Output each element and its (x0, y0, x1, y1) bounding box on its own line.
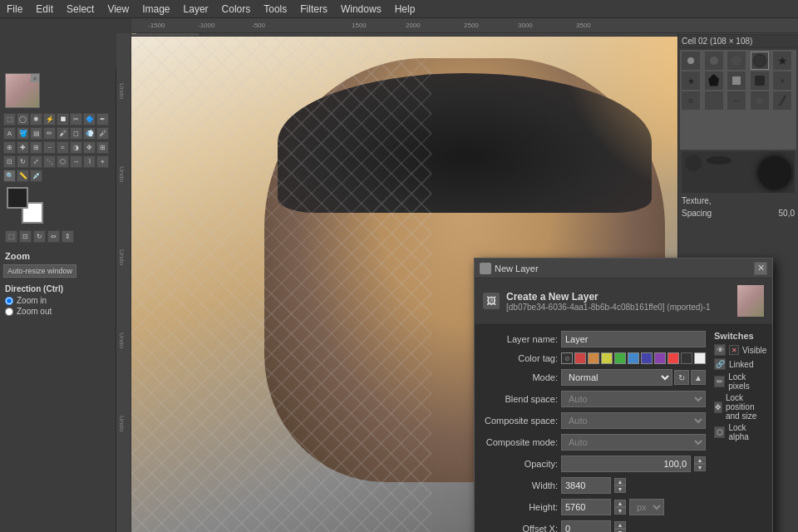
zoom-fit-icon[interactable]: ⊡ (19, 230, 32, 243)
color-tag-purple[interactable] (654, 352, 666, 364)
layer-name-input[interactable] (561, 331, 706, 347)
color-tag-blue[interactable] (641, 352, 653, 364)
offset-x-input[interactable] (561, 520, 611, 532)
fg-color-swatch[interactable] (7, 187, 28, 209)
menu-filters[interactable]: Filters (293, 2, 334, 17)
color-tag-none[interactable]: ⊘ (561, 352, 573, 364)
rotate-icon[interactable]: ↻ (33, 230, 46, 243)
menu-help[interactable]: Help (388, 2, 422, 17)
width-input[interactable] (561, 477, 611, 494)
tool-path[interactable]: ✒ (96, 113, 109, 126)
offset-x-spin-down[interactable]: ▼ (614, 529, 626, 532)
tool-warp-transform[interactable]: ⌇ (83, 155, 96, 168)
tool-rect-select[interactable]: ⬚ (3, 113, 16, 126)
color-tag-green[interactable] (614, 352, 626, 364)
tool-eraser[interactable]: ◻ (70, 127, 82, 140)
menu-tools[interactable]: Tools (257, 2, 293, 17)
menu-image[interactable]: Image (135, 2, 176, 17)
tool-paintbrush[interactable]: 🖌 (57, 127, 69, 140)
menu-edit[interactable]: Edit (29, 2, 60, 17)
composite-mode-select[interactable]: Auto (561, 434, 706, 451)
tool-select-by-color[interactable]: 🔲 (57, 113, 69, 126)
tool-flip[interactable]: ↔ (70, 155, 82, 168)
brush-cell-2[interactable] (705, 52, 723, 70)
tool-measure[interactable]: 📏 (17, 170, 29, 182)
tool-handle-transform[interactable]: ⌖ (96, 155, 109, 168)
tool-shear[interactable]: ⋱ (43, 155, 56, 168)
opacity-spin-up[interactable]: ▲ (694, 456, 706, 464)
tool-airbrush[interactable]: 💨 (83, 127, 96, 140)
tool-blur-sharpen[interactable]: ~ (43, 141, 56, 154)
tool-move[interactable]: ✥ (83, 141, 96, 154)
color-tag-red2[interactable] (667, 352, 679, 364)
mode-info-btn[interactable]: ▲ (691, 370, 706, 385)
tool-ellipse-select[interactable]: ◯ (17, 113, 29, 126)
height-spin-down[interactable]: ▼ (614, 507, 626, 515)
tool-free-select[interactable]: ✱ (30, 113, 42, 126)
tool-heal[interactable]: ✚ (17, 141, 29, 154)
tool-clone[interactable]: ⊕ (3, 141, 16, 154)
brush-cell-1[interactable] (682, 52, 700, 70)
tool-crop[interactable]: ⊡ (3, 155, 16, 168)
expand-icon[interactable]: ⇔ (47, 230, 60, 243)
offset-x-spin-up[interactable]: ▲ (614, 521, 626, 529)
height-unit-select[interactable]: px (629, 499, 664, 515)
brush-cell-10[interactable]: ✦ (773, 71, 791, 90)
color-tag-orange[interactable] (588, 352, 599, 364)
tool-smudge[interactable]: ≈ (57, 141, 69, 154)
brush-cell-13[interactable]: ∾ (727, 91, 746, 110)
tool-scissor-select[interactable]: ✂ (70, 113, 82, 126)
brush-cell-11[interactable]: ⊕ (682, 91, 700, 110)
color-tag-white[interactable] (694, 352, 706, 364)
mode-select[interactable]: Normal (561, 369, 672, 386)
brush-cell-8[interactable] (727, 71, 746, 90)
zoom-out-radio[interactable] (5, 308, 13, 316)
tool-text[interactable]: A (3, 127, 16, 140)
width-spin-down[interactable]: ▼ (614, 485, 626, 493)
color-tag-red[interactable] (574, 352, 586, 364)
width-spin-up[interactable]: ▲ (614, 478, 626, 485)
brush-cell-9[interactable] (751, 71, 769, 90)
tool-color-picker[interactable]: 💉 (30, 170, 42, 182)
brush-cell-14[interactable]: ⊞ (751, 91, 769, 110)
blend-space-select[interactable]: Auto (561, 391, 706, 407)
menu-layer[interactable]: Layer (177, 2, 215, 17)
brush-cell-3[interactable] (727, 52, 746, 70)
brush-cell-12[interactable]: ✳ (705, 91, 723, 110)
visible-toggle[interactable]: ✕ (729, 345, 739, 355)
collapse-icon[interactable]: ⇕ (62, 230, 74, 243)
menu-select[interactable]: Select (60, 2, 101, 17)
zoom-in-radio[interactable] (5, 297, 13, 305)
tool-foreground-select[interactable]: 🔷 (83, 113, 96, 126)
tool-perspective-clone[interactable]: ⊞ (30, 141, 42, 154)
mode-reset-btn[interactable]: ↻ (674, 370, 689, 385)
menu-file[interactable]: File (0, 2, 29, 17)
height-spin-up[interactable]: ▲ (614, 500, 626, 507)
tool-ink[interactable]: 🖋 (96, 127, 109, 140)
brush-cell-15[interactable] (773, 91, 791, 110)
opacity-input[interactable] (561, 456, 691, 472)
menu-view[interactable]: View (101, 2, 135, 17)
tool-dodge-burn[interactable]: ◑ (70, 141, 82, 154)
tool-rotate[interactable]: ↻ (17, 155, 29, 168)
tool-gradient[interactable]: ▤ (30, 127, 42, 140)
dialog-close-btn[interactable]: ✕ (754, 262, 767, 275)
brush-cell-5[interactable]: ★ (773, 52, 791, 70)
thumb-close-btn[interactable]: × (31, 74, 39, 82)
brush-cell-7[interactable] (705, 71, 723, 90)
tool-paint-bucket[interactable]: 🪣 (17, 127, 29, 140)
height-input[interactable] (561, 499, 611, 515)
tool-scale[interactable]: ⤢ (30, 155, 42, 168)
tool-fuzzy-select[interactable]: ⚡ (43, 113, 56, 126)
menu-windows[interactable]: Windows (334, 2, 388, 17)
tool-align[interactable]: ⊞ (96, 141, 109, 154)
tool-zoom[interactable]: 🔍 (3, 170, 16, 182)
menu-colors[interactable]: Colors (215, 2, 258, 17)
opacity-spin-down[interactable]: ▼ (694, 464, 706, 471)
auto-resize-btn[interactable]: Auto-resize window (3, 264, 76, 278)
brush-cell-4-selected[interactable] (751, 52, 769, 70)
new-image-icon[interactable]: ⬚ (5, 230, 17, 243)
color-tag-dark[interactable] (681, 352, 692, 364)
brush-cell-6[interactable]: ★ (682, 71, 700, 90)
composite-space-select[interactable]: Auto (561, 412, 706, 429)
